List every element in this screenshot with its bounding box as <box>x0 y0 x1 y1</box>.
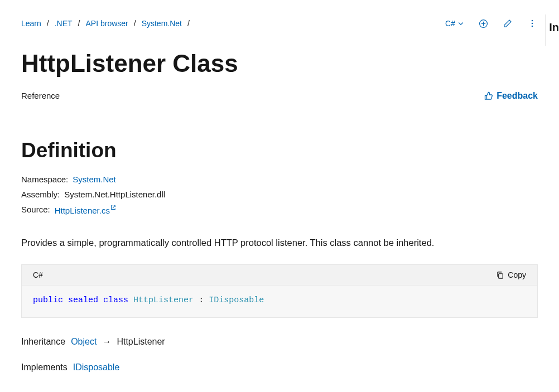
breadcrumb-item-system-net[interactable]: System.Net <box>142 19 182 28</box>
sidebar-heading-cut: In <box>549 21 559 34</box>
page-title: HttpListener Class <box>21 49 538 79</box>
class-description: Provides a simple, programmatically cont… <box>21 235 538 250</box>
source-link[interactable]: HttpListener.cs <box>55 206 116 215</box>
arrow-icon: → <box>102 337 111 347</box>
page-actions: C# <box>445 18 538 29</box>
code-language-label: C# <box>33 270 43 279</box>
language-label: C# <box>445 19 455 28</box>
meta-label: Assembly: <box>21 190 60 199</box>
inheritance-self: HttpListener <box>117 337 165 347</box>
breadcrumb-item-dotnet[interactable]: .NET <box>55 19 73 28</box>
breadcrumb-sep: / <box>47 19 49 28</box>
copy-icon <box>496 271 504 279</box>
add-button[interactable] <box>478 18 489 29</box>
namespace-link[interactable]: System.Net <box>73 175 116 184</box>
code-text: : <box>194 296 209 305</box>
assembly-value: System.Net.HttpListener.dll <box>64 190 165 199</box>
external-link-icon <box>110 205 116 210</box>
implements-row: Implements IDisposable <box>21 362 538 372</box>
sidebar-divider <box>545 14 546 46</box>
meta-row-namespace: Namespace: System.Net <box>21 175 538 184</box>
keyword: public <box>33 296 63 305</box>
meta-label: Namespace: <box>21 175 68 184</box>
article-main: Learn / .NET / API browser / System.Net … <box>21 0 538 372</box>
chevron-down-icon <box>457 20 464 27</box>
implements-label: Implements <box>21 362 68 372</box>
svg-point-2 <box>532 23 533 25</box>
copy-label: Copy <box>508 270 526 279</box>
meta-row-source: Source: HttpListener.cs <box>21 205 538 215</box>
meta-label: Source: <box>21 205 50 215</box>
reference-label: Reference <box>21 91 60 100</box>
svg-point-1 <box>532 20 533 22</box>
copy-button[interactable]: Copy <box>496 270 526 279</box>
inheritance-row: Inheritance Object → HttpListener <box>21 337 538 347</box>
code-block: C# Copy public sealed class HttpListener… <box>21 264 538 318</box>
metadata-list: Namespace: System.Net Assembly: System.N… <box>21 175 538 215</box>
inheritance-label: Inheritance <box>21 337 65 347</box>
breadcrumb-sep: / <box>78 19 80 28</box>
feedback-button[interactable]: Feedback <box>484 91 538 101</box>
section-heading-definition: Definition <box>21 139 538 162</box>
breadcrumb-item-learn[interactable]: Learn <box>21 19 41 28</box>
meta-row-assembly: Assembly: System.Net.HttpListener.dll <box>21 190 538 199</box>
breadcrumb: Learn / .NET / API browser / System.Net … <box>21 19 190 28</box>
code-block-header: C# Copy <box>22 265 537 285</box>
code-content: public sealed class HttpListener : IDisp… <box>22 285 537 317</box>
plus-circle-icon <box>479 19 488 28</box>
svg-rect-4 <box>499 273 503 278</box>
svg-point-3 <box>532 26 533 27</box>
keyword: sealed <box>68 296 98 305</box>
keyword: class <box>103 296 128 305</box>
edit-button[interactable] <box>502 18 513 29</box>
breadcrumb-sep: / <box>134 19 136 28</box>
inheritance-base-link[interactable]: Object <box>71 337 97 347</box>
subheader: Reference Feedback <box>21 91 538 101</box>
type-name: HttpListener <box>133 296 194 305</box>
breadcrumb-sep: / <box>187 19 190 28</box>
pencil-icon <box>503 19 512 28</box>
language-selector[interactable]: C# <box>445 19 464 28</box>
feedback-label: Feedback <box>497 91 538 101</box>
source-link-text: HttpListener.cs <box>55 206 110 215</box>
interface-name: IDisposable <box>209 296 264 305</box>
breadcrumb-item-api-browser[interactable]: API browser <box>85 19 128 28</box>
topbar: Learn / .NET / API browser / System.Net … <box>21 16 538 31</box>
more-vertical-icon <box>528 19 537 28</box>
thumbs-up-icon <box>484 91 493 100</box>
implements-link[interactable]: IDisposable <box>73 362 120 372</box>
more-button[interactable] <box>527 18 538 29</box>
